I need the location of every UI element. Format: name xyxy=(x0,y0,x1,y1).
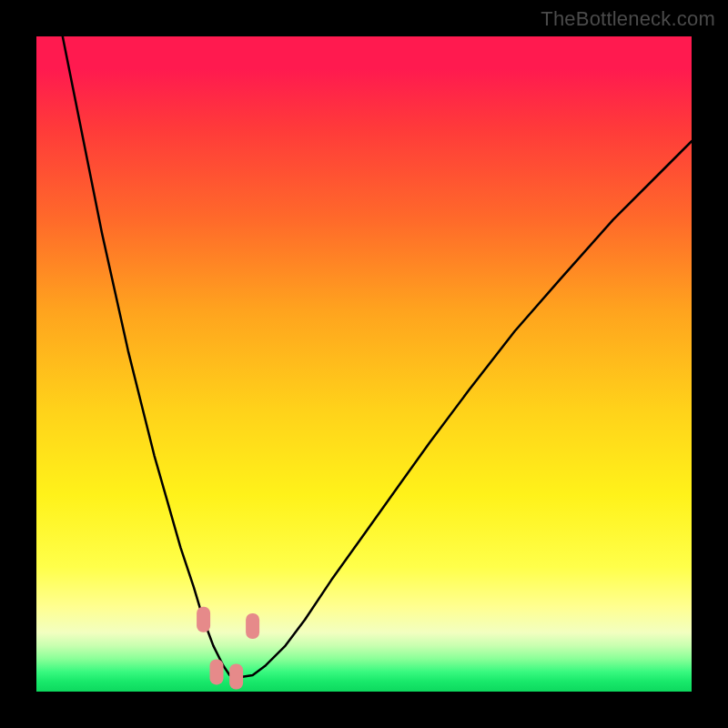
attribution-text: TheBottleneck.com xyxy=(541,7,715,31)
pink-marker-left xyxy=(197,607,210,632)
pink-marker-bottom-1 xyxy=(210,659,224,684)
pink-marker-right xyxy=(246,613,259,639)
chart-svg xyxy=(36,36,692,692)
pink-marker-bottom-2 xyxy=(229,663,243,689)
outer-frame: TheBottleneck.com xyxy=(0,0,728,728)
plot-area xyxy=(36,36,692,692)
markers-group xyxy=(197,607,259,690)
bottleneck-curve xyxy=(63,36,692,677)
